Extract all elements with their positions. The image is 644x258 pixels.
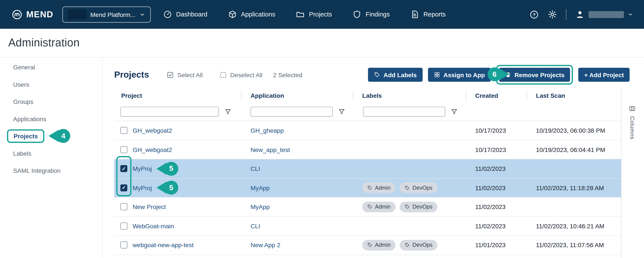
sidebar-item-groups[interactable]: Groups [0, 93, 102, 110]
org-selector-dropdown[interactable]: Mend Platform... [62, 6, 151, 22]
column-header-project[interactable]: Project [114, 91, 242, 100]
project-link[interactable]: webgoat-new-app-test [133, 242, 194, 248]
tag-icon [367, 185, 372, 190]
label-badge: DevOps [400, 202, 437, 212]
help-icon: ? [530, 10, 539, 19]
sidebar-item-users[interactable]: Users [0, 76, 102, 93]
dashboard-icon [163, 10, 172, 19]
label-badge: DevOps [400, 182, 437, 193]
table-row[interactable]: New ProjectMyAppAdminDevOps11/02/2023 [114, 198, 621, 216]
table-row[interactable]: MyProjCLI11/02/20235 [114, 159, 621, 178]
page-header: Administration [0, 29, 644, 58]
main-content: Projects Select All Deselect All 2 Selec… [103, 58, 644, 258]
add-labels-button[interactable]: Add Labels [368, 68, 422, 82]
created-cell: 11/02/2023 [466, 203, 527, 210]
projects-toolbar: Projects Select All Deselect All 2 Selec… [114, 66, 630, 83]
projects-icon [296, 10, 305, 19]
application-link[interactable]: CLI [250, 165, 260, 172]
findings-icon [352, 10, 362, 19]
add-project-button[interactable]: + Add Project [578, 68, 630, 82]
row-checkbox[interactable] [120, 222, 127, 230]
project-filter-funnel-icon[interactable] [224, 108, 232, 115]
label-badge: Admin [362, 202, 396, 212]
project-link[interactable]: GH_webgoat2 [133, 127, 172, 134]
annotation-step-4: 4 [48, 129, 70, 143]
sidebar-item-labels[interactable]: Labels [0, 144, 102, 162]
help-button[interactable]: ? [530, 10, 539, 19]
row-checkbox[interactable] [120, 127, 127, 134]
project-link[interactable]: MyProj [133, 165, 152, 172]
nav-item-reports[interactable]: Reports [410, 10, 446, 19]
table-row[interactable]: MyProjMyAppAdminDevOps11/02/202311/02/20… [114, 178, 621, 198]
labels-cell: AdminDevOps [353, 202, 466, 212]
table-row[interactable]: GH_webgoat2GH_gheapp10/17/202310/19/2023… [114, 121, 621, 140]
funnel-icon [338, 108, 346, 115]
selected-count: 2 Selected [273, 71, 302, 78]
funnel-icon [450, 108, 458, 115]
user-icon [575, 10, 585, 19]
annotation-highlight-sidebar: Projects [7, 129, 44, 143]
column-header-last-scan[interactable]: Last Scan [527, 91, 621, 100]
project-link[interactable]: GH_webgoat2 [133, 146, 172, 153]
table-filter-row [114, 102, 621, 121]
application-link[interactable]: GH_gheapp [250, 127, 284, 134]
mend-brand[interactable]: MEND [12, 9, 53, 20]
row-checkbox[interactable] [120, 146, 127, 153]
column-header-created[interactable]: Created [466, 91, 527, 100]
user-menu[interactable] [575, 10, 634, 19]
last-scan-cell: 10/19/2023, 06:00:38 PM [527, 127, 621, 134]
application-link[interactable]: MyApp [250, 184, 270, 191]
redacted-user-name [588, 11, 624, 18]
tag-icon [404, 204, 410, 210]
application-link[interactable]: New App 2 [250, 242, 280, 248]
deselect-all-button[interactable]: Deselect All [219, 71, 262, 79]
column-header-labels[interactable]: Labels [353, 91, 466, 100]
columns-panel-toggle[interactable]: Columns [621, 89, 643, 258]
table-row[interactable]: GH_webgoat2New_app_test10/17/202310/19/2… [114, 140, 621, 159]
nav-item-projects[interactable]: Projects [296, 10, 332, 19]
application-filter-funnel-icon[interactable] [338, 108, 346, 115]
section-title: Projects [114, 70, 149, 80]
row-checkbox[interactable] [120, 242, 127, 248]
redacted-org-name [68, 10, 86, 19]
nav-item-findings[interactable]: Findings [352, 10, 390, 19]
column-header-application[interactable]: Application [242, 91, 353, 100]
row-checkbox[interactable] [120, 184, 127, 191]
row-checkbox[interactable] [120, 165, 127, 172]
sidebar-item-applications[interactable]: Applications [0, 110, 102, 128]
application-filter-input[interactable] [250, 107, 332, 116]
created-cell: 10/17/2023 [466, 146, 527, 153]
select-all-button[interactable]: Select All [166, 71, 203, 79]
project-link[interactable]: MyProj [133, 184, 152, 191]
application-link[interactable]: New_app_test [250, 146, 290, 153]
settings-button[interactable] [548, 10, 557, 19]
application-link[interactable]: CLI [250, 222, 260, 230]
nav-item-applications[interactable]: Applications [228, 10, 276, 19]
remove-projects-button[interactable]: Remove Projects [499, 68, 570, 82]
row-checkbox[interactable] [120, 203, 127, 210]
assign-to-app-button[interactable]: Assign to App [428, 68, 491, 82]
labels-filter-input[interactable] [363, 107, 445, 116]
table-row[interactable]: webgoat-new-app-testNew App 2AdminDevOps… [114, 236, 621, 255]
labels-cell: AdminDevOps [353, 182, 466, 193]
last-scan-cell: 11/02/2023, 11:07:56 AM [527, 242, 621, 248]
sidebar-item-projects[interactable]: Projects4 [0, 127, 102, 144]
last-scan-cell: 11/02/2023, 10:46:21 AM [527, 222, 621, 230]
sidebar-item-general[interactable]: General [0, 58, 102, 76]
project-link[interactable]: New Project [133, 203, 166, 210]
project-link[interactable]: WebGoat-main [133, 222, 174, 230]
project-filter-input[interactable] [120, 107, 219, 116]
annotation-step-5: 5 [156, 162, 178, 176]
labels-filter-funnel-icon[interactable] [450, 108, 458, 115]
table-row[interactable]: WebGoat-mainCLI11/02/202311/02/2023, 10:… [114, 216, 621, 236]
annotation-step-6: 6 [488, 68, 509, 81]
primary-nav: DashboardApplicationsProjectsFindingsRep… [163, 10, 446, 19]
label-badge: Admin [362, 182, 396, 193]
mend-logo-icon [12, 9, 22, 20]
nav-item-dashboard[interactable]: Dashboard [163, 10, 207, 19]
created-cell: 11/02/2023 [466, 165, 527, 172]
application-link[interactable]: MyApp [250, 203, 270, 210]
created-cell: 11/02/2023 [466, 184, 527, 191]
sidebar-item-saml-integration[interactable]: SAML Integration [0, 162, 102, 179]
page-title: Administration [8, 37, 80, 50]
